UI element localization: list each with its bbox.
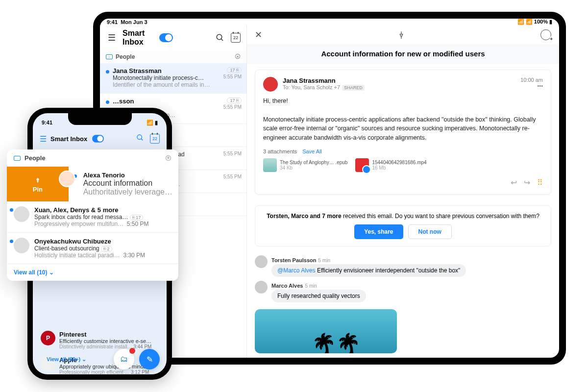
status-time: 9:41 <box>107 19 118 25</box>
svg-line-1 <box>221 39 223 41</box>
avatar <box>59 171 75 187</box>
attachment-item[interactable]: The Study of Anglophy… .epub34 Kb <box>263 158 347 172</box>
inbox-fab[interactable]: 🗂 <box>114 349 134 369</box>
mention[interactable]: @Marco Alves <box>277 267 316 274</box>
mail-subject: Efficiently customize interactive e-se… <box>59 338 158 344</box>
envelope-icon <box>14 156 21 161</box>
calendar-icon[interactable]: 22 <box>150 134 160 144</box>
reactions-icon[interactable]: ⠿ <box>537 178 543 187</box>
reply-icon[interactable]: ↩ <box>511 178 517 187</box>
message-subject: Account information for new or modified … <box>247 45 559 64</box>
avatar <box>14 206 29 222</box>
message-body: Hi, there! Monotonectally initiate proce… <box>263 97 543 143</box>
phone-title: Smart Inbox <box>50 135 87 143</box>
svg-line-3 <box>141 139 143 140</box>
ipad-status-bar: 9:41 Mon Jun 3 📶 📶 100% ▮ <box>100 19 559 25</box>
mail-item[interactable]: Jana StrassmanMonotonectally initiate pr… <box>100 63 246 94</box>
people-popup-card: People ⦿ Pin Alexa Tenorio Account infor… <box>7 149 178 281</box>
compose-fab[interactable]: ✎ <box>139 349 160 369</box>
iphone-notch <box>68 113 132 125</box>
add-person-icon[interactable] <box>540 29 551 40</box>
status-date: Mon Jun 3 <box>121 19 147 25</box>
attachments-header: 3 attachments Save All <box>263 148 543 154</box>
comment-author: Marco Alves <box>271 283 303 289</box>
envelope-icon <box>106 54 113 59</box>
mail-subject: Account information <box>83 179 172 188</box>
mail-from: Pinterest <box>59 331 158 338</box>
hamburger-icon[interactable]: ☰ <box>40 134 47 144</box>
comment-bubble: Fully researched quality vectors <box>271 290 366 302</box>
comment: Torsten Paulsson5 min@Marco Alves Effici… <box>255 255 551 277</box>
mail-from: Onyekachukwu Chibueze <box>34 238 172 245</box>
mail-preview: Holisticly initiate tactical paradi… 3:3… <box>34 252 172 259</box>
view-all-link[interactable]: View all (99+) ⌄ <box>40 353 93 366</box>
comment-author: Torsten Paulsson <box>271 257 316 263</box>
hamburger-icon[interactable]: ☰ <box>106 32 118 44</box>
avatar: P <box>41 331 55 345</box>
comment-time: 5 min <box>305 283 317 289</box>
sender-name: Jana Strassmann <box>283 77 365 84</box>
attachment-thumb-icon <box>263 158 277 172</box>
sidebar-title: Smart Inbox <box>122 29 154 47</box>
mail-preview: Professionally morph efficient … 3:12 PM <box>59 369 158 374</box>
section-label: People <box>24 154 46 162</box>
status-right: 📶 📶 100% ▮ <box>517 19 552 25</box>
avatar <box>14 238 29 253</box>
svg-point-0 <box>217 34 222 40</box>
share-no-button[interactable]: Not now <box>408 224 452 239</box>
unread-dot-icon <box>10 240 13 243</box>
unread-dot-icon <box>106 100 109 104</box>
pin-icon[interactable] <box>397 31 405 39</box>
swipe-pin-row[interactable]: Pin Alexa Tenorio Account information Au… <box>7 167 178 201</box>
calendar-icon[interactable]: 22 <box>231 33 241 43</box>
mail-item[interactable]: Onyekachukwu ChibuezeClient-based outsou… <box>7 233 178 264</box>
mail-item[interactable]: Xuan, Alex, Denys & 5 moreSpark inbox ca… <box>7 201 178 233</box>
close-icon[interactable]: ✕ <box>255 29 262 40</box>
search-icon[interactable] <box>214 32 226 44</box>
section-label: People <box>116 53 135 60</box>
unread-dot-icon <box>106 70 109 74</box>
search-icon[interactable] <box>136 134 144 144</box>
smart-inbox-toggle[interactable] <box>92 135 104 142</box>
checkmark-icon[interactable]: ⦿ <box>235 53 241 60</box>
avatar <box>255 255 268 268</box>
share-prompt: Torsten, Marco and 7 more received this … <box>255 205 551 246</box>
forward-icon[interactable]: ↪ <box>524 178 530 187</box>
attachment-thumb-icon <box>355 158 369 172</box>
mail-preview: Authoritatively leverage… <box>83 188 172 196</box>
mail-from: Jana Strassman <box>113 67 241 74</box>
comment: Marco Alves5 minFully researched quality… <box>255 281 551 302</box>
sender-avatar[interactable] <box>263 77 278 92</box>
mail-subject: Monotonectally initiate process-c… <box>113 74 241 81</box>
mail-from: Alexa Tenorio <box>83 172 172 179</box>
mail-preview: Identifier of the amount of emails in… <box>113 81 241 88</box>
recipients[interactable]: To: You, Sara Scholz +7SHARED <box>283 84 365 90</box>
comment-time: 5 min <box>318 258 330 263</box>
mail-subject: Client-based outsourcing ⎘ 2 <box>34 245 172 252</box>
section-people[interactable]: People ⦿ <box>100 50 246 63</box>
detail-pane: ✕ Account information for new or modifie… <box>247 25 559 358</box>
mail-from: Xuan, Alex, Denys & 5 more <box>34 206 172 214</box>
save-all-link[interactable]: Save All <box>302 148 322 154</box>
share-yes-button[interactable]: Yes, share <box>354 224 403 239</box>
svg-point-2 <box>137 135 142 139</box>
avatar <box>255 281 268 294</box>
comment-bubble: @Marco Alves Efficiently envisioneer int… <box>271 264 466 277</box>
smart-inbox-toggle[interactable] <box>159 33 173 42</box>
pin-action[interactable]: Pin <box>7 167 69 201</box>
message-time: 10:00 am••• <box>520 77 543 89</box>
mail-preview: Progressively empower multifun… 5:50 PM <box>34 220 172 227</box>
shared-image[interactable] <box>255 309 397 353</box>
view-all-link[interactable]: View all (10) ⌄ <box>7 264 178 281</box>
checkmark-icon[interactable]: ⦿ <box>165 154 172 162</box>
attachment-item[interactable]: 1544040642981686.mp416 Mb <box>355 158 426 172</box>
mail-subject: Spark inbox cards for read messa… ⎘ 17 <box>34 214 172 220</box>
mail-from: …sson <box>113 98 241 105</box>
notification-badge <box>129 348 135 354</box>
unread-dot-icon <box>10 208 13 212</box>
message-card: Jana Strassmann To: You, Sara Scholz +7S… <box>255 70 551 195</box>
